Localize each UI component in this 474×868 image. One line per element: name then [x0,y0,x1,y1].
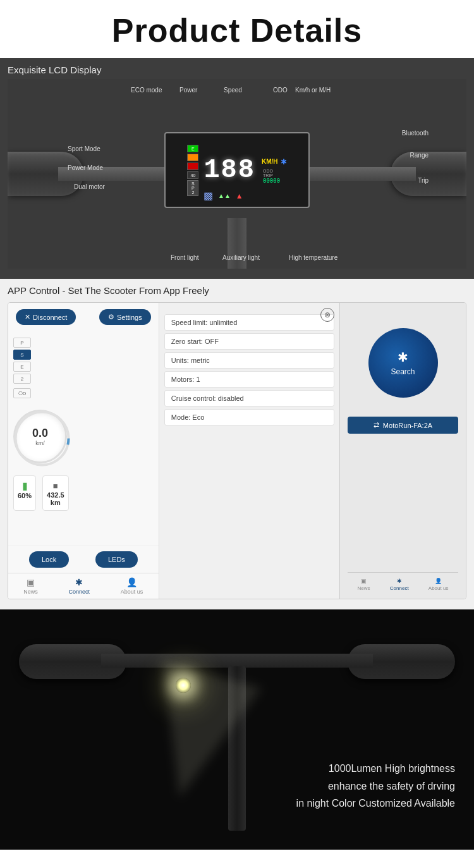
nav-about[interactable]: 👤 About us [121,577,143,595]
mode-panel: P S E 2 ⎔D 0.0 [13,335,64,541]
aux-light-icon: ▲▲ [218,192,231,199]
about-icon: 👤 [126,577,137,587]
app-nav-left: ▣ News ✱ Connect 👤 About us [8,573,159,599]
mode-e: E [13,362,31,372]
right-nav-news[interactable]: ▣ News [358,578,370,591]
lcd-image: E 40 SP2 188 KM/H ✱ ODO TRIP [8,79,466,269]
right-news-label: News [358,585,370,591]
ann-high-temp: High temperature [289,254,337,261]
disconnect-label: Disconnect [33,314,67,321]
ann-odo: ODO [273,87,288,94]
app-section: APP Control - Set The Scooter From App F… [0,279,474,609]
bluetooth-icon: ✱ [281,157,287,166]
setting-units: Units: metric [164,352,334,369]
ann-kmh-or-mh: Km/h or M/H [295,87,331,94]
dark-handlebar-bar [101,654,373,668]
battery-icon: ▮ [22,480,28,491]
speedometer-circle: 0.0 km/ [13,410,67,463]
mode-p: P [13,338,31,348]
kmh-label: KM/H [262,158,278,165]
ann-speed: Speed [224,87,242,94]
nav-news-label: News [23,589,38,595]
app-section-label: APP Control - Set The Scooter From App F… [8,285,466,296]
page-header: Product Details [0,0,474,58]
speedo-arc-svg [13,410,71,467]
right-news-icon: ▣ [361,578,367,584]
light-text-line1: 1000Lumen High brightness [296,760,455,777]
device-name: MotoRun-FA:2A [383,422,432,429]
speedometer: 0.0 km/ [13,410,70,467]
right-nav-connect[interactable]: ✱ Connect [390,578,409,591]
leds-button[interactable]: LEDs [95,551,138,568]
page-title: Product Details [6,11,468,49]
right-about-icon: 👤 [435,578,442,584]
setting-speed-limit: Speed limit: unlimited [164,314,334,331]
lcd-panel: E 40 SP2 188 KM/H ✱ ODO TRIP [164,132,310,208]
light-source [176,678,191,693]
distance-stat: ■ 432.5 km [42,475,69,511]
close-button[interactable]: ⊗ [320,308,334,322]
ann-power: Power [179,87,197,94]
light-text-block: 1000Lumen High brightness enhance the sa… [296,760,455,812]
bluetooth-search-icon: ✱ [398,350,408,365]
setting-zero-start: Zero start: OFF [164,333,334,350]
app-left-panel: ✕ Disconnect ⚙ Settings P S E 2 [8,303,159,599]
odo-value: 00000 [263,178,287,184]
nav-connect-label: Connect [69,589,90,595]
speed-display: 188 [204,155,255,185]
mode-2: 2 [13,374,31,384]
app-container: ✕ Disconnect ⚙ Settings P S E 2 [8,302,466,599]
nav-news[interactable]: ▣ News [23,577,38,595]
headlight-icon: ▩ [204,190,213,202]
connect-icon: ✱ [75,577,83,587]
battery-stat: ▮ 60% [13,475,36,511]
ann-front-light: Front light [171,254,198,261]
mode-indicators: P S E 2 ⎔D [13,335,64,401]
odo-label: ODO [263,169,287,173]
settings-label: Settings [117,314,142,321]
bat-block-3 [187,162,198,170]
distance-icon: ■ [53,481,58,491]
temp-icon: ▲ [236,192,243,200]
light-section: 1000Lumen High brightness enhance the sa… [0,609,474,850]
ann-sport-mode: Sport Mode [68,145,100,152]
esp-label: SP2 [187,180,198,196]
right-connect-label: Connect [390,585,409,591]
app-bottom-buttons: Lock LEDs [8,546,159,573]
device-item[interactable]: ⇄ MotoRun-FA:2A [348,417,458,434]
right-connect-icon: ✱ [397,578,402,584]
setting-cruise: Cruise control: disabled [164,390,334,406]
trip-label: TRIP [263,173,287,178]
ann-eco-mode: ECO mode [131,87,162,94]
battery-value: 60% [18,492,32,499]
ann-bluetooth: Bluetooth [402,130,428,137]
bat-block-1: E [187,145,198,152]
app-main-content: P S E 2 ⎔D 0.0 [8,330,159,546]
app-nav-right: ▣ News ✱ Connect 👤 About us [348,572,458,591]
search-label: Search [391,367,415,376]
svg-point-0 [16,412,69,465]
stats-row: ▮ 60% ■ 432.5 km [13,475,64,511]
settings-list: Speed limit: unlimited Zero start: OFF U… [164,314,334,425]
disconnect-button[interactable]: ✕ Disconnect [16,309,76,325]
stem [228,218,246,269]
right-nav-about[interactable]: 👤 About us [428,578,449,591]
lock-button[interactable]: Lock [29,551,69,568]
mode-s: S [13,350,31,360]
lcd-section-label: Exquisite LCD Display [8,64,466,75]
search-circle[interactable]: ✱ Search [368,328,438,398]
device-icon: ⇄ [374,421,379,429]
settings-button[interactable]: ⚙ Settings [99,309,151,325]
app-top-bar: ✕ Disconnect ⚙ Settings [8,303,159,330]
light-text-line2: enhance the safety of drving [296,778,455,795]
bat-block-2 [187,154,198,161]
nav-about-label: About us [121,589,143,595]
distance-value: 432.5 km [47,491,64,506]
mode-d: ⎔D [13,388,31,398]
odo-trip: ODO TRIP 00000 [263,169,287,184]
nav-connect[interactable]: ✱ Connect [69,577,90,595]
battery-column: E 40 SP2 [187,145,198,196]
app-search-panel: ✱ Search ⇄ MotoRun-FA:2A ▣ News ✱ Connec… [339,303,466,599]
app-settings-panel: ⊗ Speed limit: unlimited Zero start: OFF… [159,303,339,599]
disconnect-icon: ✕ [25,313,30,321]
